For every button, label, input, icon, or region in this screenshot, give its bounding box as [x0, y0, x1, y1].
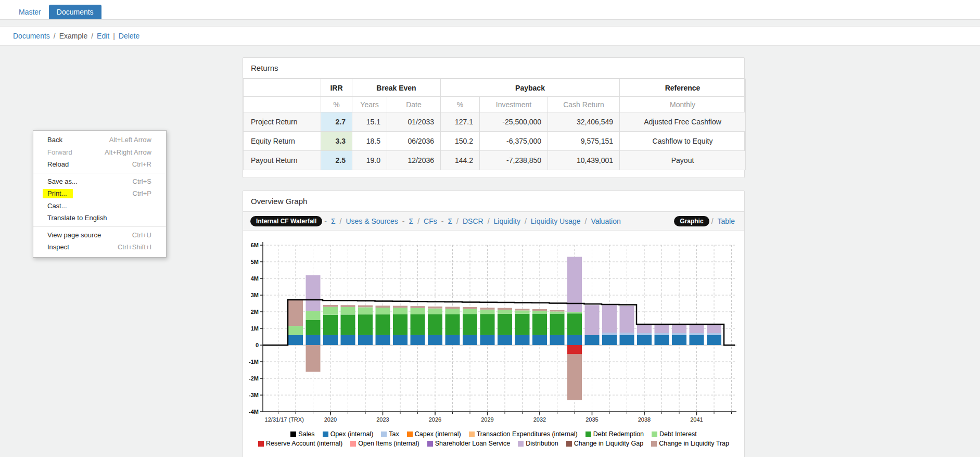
- cell-row-label: Project Return: [244, 112, 321, 132]
- chart-legend: SalesOpex (internal)TaxCapex (internal)T…: [243, 430, 744, 447]
- menu-item-save-as[interactable]: Save as...Ctrl+S: [33, 175, 166, 188]
- graph-tab-separator: /: [340, 217, 342, 225]
- overview-chart: 6M5M4M3M2M1M0-1M-2M-3M-4M202020232026202…: [243, 237, 744, 426]
- svg-text:2M: 2M: [251, 309, 259, 315]
- overview-graph-panel: Overview Graph Internal CF Waterfall-Σ/U…: [243, 191, 745, 457]
- svg-text:-3M: -3M: [249, 392, 259, 398]
- cell-row-label: Equity Return: [244, 132, 321, 151]
- breadcrumb-delete[interactable]: Delete: [119, 32, 139, 40]
- graph-tab-dscr[interactable]: DSCR: [463, 217, 483, 225]
- svg-text:2032: 2032: [533, 416, 546, 423]
- returns-panel: Returns IRRBreak EvenPaybackReference%Ye…: [243, 57, 745, 178]
- legend-swatch-reserve-account-internal: [258, 441, 264, 447]
- graph-tab-separator: /: [456, 217, 459, 225]
- graph-tab-separator: /: [417, 217, 419, 225]
- legend-item-sales: Sales: [290, 430, 314, 438]
- breadcrumb-edit[interactable]: Edit: [97, 32, 109, 40]
- returns-panel-title: Returns: [243, 58, 744, 79]
- legend-swatch-transaction-expenditures-internal: [469, 431, 475, 437]
- tab-documents[interactable]: Documents: [49, 5, 101, 19]
- col-group-irr: IRR: [321, 79, 352, 97]
- graph-tab-uses-sources[interactable]: Uses & Sources: [346, 217, 398, 225]
- graph-tab-sigma[interactable]: Σ: [409, 217, 414, 225]
- graph-tab-separator: /: [488, 217, 490, 225]
- breadcrumb: Documents/Example/Edit|Delete: [0, 26, 980, 46]
- menu-item-shortcut: Alt+Left Arrow: [109, 136, 151, 144]
- cell-investment: -6,375,000: [480, 132, 548, 151]
- legend-swatch-change-in-liquidity-gap: [566, 441, 572, 447]
- legend-item-change-in-liquidity-trap: Change in Liquidity Trap: [651, 440, 729, 447]
- cell-date: 06/2036: [387, 132, 441, 151]
- svg-text:0: 0: [256, 342, 259, 348]
- legend-label: Tax: [389, 430, 399, 438]
- menu-item-label: Back: [47, 136, 62, 144]
- graph-tab-separator: /: [585, 217, 587, 225]
- legend-swatch-debt-interest: [652, 431, 657, 437]
- legend-item-shareholder-loan-service: Shareholder Loan Service: [427, 440, 511, 447]
- legend-label: Sales: [298, 430, 314, 438]
- graph-tab-sigma[interactable]: Σ: [331, 217, 336, 225]
- menu-item-shortcut: Ctrl+R: [132, 160, 151, 168]
- legend-item-transaction-expenditures-internal: Transaction Expenditures (internal): [469, 430, 578, 438]
- cell-payback-pct: 144.2: [441, 151, 480, 170]
- cell-cash-return: 32,406,549: [548, 112, 620, 132]
- legend-item-open-items-internal: Open Items (internal): [350, 440, 419, 447]
- legend-label: Reserve Account (internal): [266, 440, 342, 447]
- svg-text:-1M: -1M: [249, 359, 259, 365]
- sub-header-empty: [244, 97, 321, 112]
- menu-item-print[interactable]: Print...Ctrl+P: [33, 187, 166, 200]
- overview-panel-title: Overview Graph: [243, 191, 744, 212]
- graph-tab-separator: /: [525, 217, 527, 225]
- menu-item-view-page-source[interactable]: View page sourceCtrl+U: [33, 229, 166, 242]
- graph-tab-internal-cf-waterfall-active[interactable]: Internal CF Waterfall: [250, 216, 322, 226]
- menu-item-forward[interactable]: ForwardAlt+Right Arrow: [33, 146, 166, 159]
- legend-label: Open Items (internal): [358, 440, 419, 447]
- cell-investment: -7,238,850: [480, 151, 548, 170]
- menu-item-label: Inspect: [47, 243, 69, 251]
- cell-payback-pct: 127.1: [441, 112, 480, 132]
- menu-item-label: Forward: [47, 148, 72, 156]
- sub-header-monthly: Monthly: [620, 97, 746, 112]
- legend-swatch-opex-internal: [323, 431, 328, 437]
- returns-panel-footer-space: [243, 170, 744, 177]
- tab-master[interactable]: Master: [11, 5, 49, 19]
- graph-tab-valuation[interactable]: Valuation: [591, 217, 620, 225]
- legend-swatch-distribution: [518, 441, 524, 447]
- cell-years: 15.1: [352, 112, 387, 132]
- menu-item-reload[interactable]: ReloadCtrl+R: [33, 158, 166, 171]
- returns-table: IRRBreak EvenPaybackReference%YearsDate%…: [243, 79, 746, 170]
- legend-swatch-change-in-liquidity-trap: [651, 441, 657, 447]
- graph-tab-table[interactable]: Table: [718, 217, 735, 225]
- legend-label: Debt Redemption: [593, 430, 644, 438]
- breadcrumb-documents[interactable]: Documents: [13, 32, 50, 40]
- cell-years: 18.5: [352, 132, 387, 151]
- cell-reference: Adjusted Free Cashflow: [620, 112, 746, 132]
- sub-header-: %: [321, 97, 352, 112]
- graph-tab-sigma[interactable]: Σ: [448, 217, 452, 225]
- top-nav: MasterDocuments: [0, 0, 980, 20]
- menu-item-label: Save as...: [47, 177, 78, 185]
- graph-tab-graphic-active[interactable]: Graphic: [674, 216, 709, 226]
- legend-item-opex-internal: Opex (internal): [323, 430, 374, 438]
- menu-item-cast[interactable]: Cast...: [33, 200, 166, 212]
- cell-row-label: Payout Return: [244, 151, 321, 170]
- svg-text:2029: 2029: [481, 416, 493, 423]
- graph-tab-cfs[interactable]: CFs: [424, 217, 437, 225]
- graph-tab-separator: -: [402, 217, 405, 225]
- cell-irr: 3.3: [321, 132, 352, 151]
- menu-item-back[interactable]: BackAlt+Left Arrow: [33, 134, 166, 146]
- svg-text:2041: 2041: [690, 416, 703, 423]
- breadcrumb-separator: |: [113, 32, 115, 40]
- legend-item-reserve-account-internal: Reserve Account (internal): [258, 440, 342, 447]
- col-group-empty: [244, 79, 321, 97]
- table-row-equity-return: Equity Return3.318.506/2036150.2-6,375,0…: [244, 132, 746, 151]
- menu-item-translate-to-english[interactable]: Translate to English: [33, 212, 166, 224]
- svg-text:1M: 1M: [251, 325, 259, 332]
- legend-label: Capex (internal): [415, 430, 461, 438]
- menu-item-inspect[interactable]: InspectCtrl+Shift+I: [33, 241, 166, 253]
- graph-tab-separator: -: [441, 217, 444, 225]
- graph-tab-liquidity[interactable]: Liquidity: [494, 217, 520, 225]
- legend-label: Change in Liquidity Trap: [659, 440, 729, 447]
- svg-text:3M: 3M: [251, 292, 259, 298]
- graph-tab-liquidity-usage[interactable]: Liquidity Usage: [531, 217, 581, 225]
